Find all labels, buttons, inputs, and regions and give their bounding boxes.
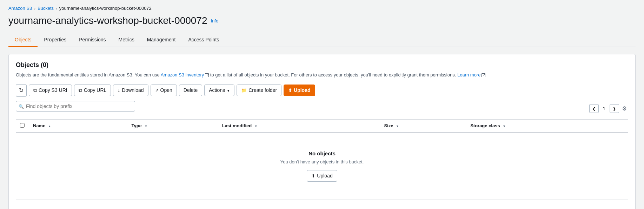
section-title: Objects (0) <box>16 61 628 69</box>
empty-state-title: No objects <box>27 150 617 156</box>
upload-icon-empty <box>311 173 315 180</box>
th-name[interactable]: Name <box>29 119 127 133</box>
copy-url-button[interactable]: Copy URL <box>74 85 111 96</box>
breadcrumb-amazon-s3[interactable]: Amazon S3 <box>8 6 32 11</box>
tab-management[interactable]: Management <box>141 33 182 47</box>
last-modified-sort-icon <box>254 124 258 128</box>
open-button[interactable]: Open <box>151 85 177 96</box>
refresh-icon <box>19 87 24 94</box>
th-type[interactable]: Type <box>127 119 218 133</box>
chevron-right-icon <box>613 106 616 111</box>
empty-state-description: You don't have any objects in this bucke… <box>27 159 617 164</box>
toolbar: Copy S3 URI Copy URL Download Open Delet… <box>16 84 628 97</box>
table-header-row: 1 <box>16 101 628 116</box>
copy-icon-s3 <box>33 87 37 94</box>
external-link-icon-2 <box>482 73 485 77</box>
tab-objects[interactable]: Objects <box>8 33 38 47</box>
open-icon <box>155 87 159 94</box>
upload-button[interactable]: Upload <box>284 85 315 96</box>
search-icon <box>19 103 24 109</box>
search-wrapper <box>16 101 135 112</box>
page-wrapper: Amazon S3 › Buckets › yourname-analytics… <box>0 0 644 209</box>
select-all-checkbox[interactable] <box>20 123 25 128</box>
learn-more-link[interactable]: Learn more <box>457 72 480 77</box>
copy-s3-uri-button[interactable]: Copy S3 URI <box>29 85 72 96</box>
tabs-bar: Objects Properties Permissions Metrics M… <box>8 33 636 47</box>
breadcrumb: Amazon S3 › Buckets › yourname-analytics… <box>8 6 636 11</box>
section-header: Objects (0) Objects are the fundamental … <box>16 61 628 79</box>
s3-inventory-link[interactable]: Amazon S3 inventory <box>161 72 204 77</box>
breadcrumb-buckets[interactable]: Buckets <box>38 6 54 11</box>
pagination-controls: 1 <box>589 104 628 113</box>
upload-icon-toolbar <box>288 87 292 94</box>
th-last-modified[interactable]: Last modified <box>218 119 380 133</box>
search-input[interactable] <box>16 101 135 112</box>
tab-properties[interactable]: Properties <box>38 33 73 47</box>
create-folder-button[interactable]: Create folder <box>237 85 281 96</box>
section-description: Objects are the fundamental entities sto… <box>16 72 628 79</box>
breadcrumb-chevron-2: › <box>56 6 57 11</box>
download-icon <box>118 87 120 94</box>
breadcrumb-chevron-1: › <box>34 6 35 11</box>
tab-permissions[interactable]: Permissions <box>73 33 112 47</box>
page-title-row: yourname-analytics-workshop-bucket-00007… <box>8 15 636 26</box>
gear-icon <box>622 106 627 112</box>
type-sort-icon <box>144 124 147 128</box>
breadcrumb-current: yourname-analytics-workshop-bucket-00007… <box>59 6 152 11</box>
th-checkbox <box>16 119 29 133</box>
table-body: No objects You don't have any objects in… <box>16 133 628 200</box>
delete-button[interactable]: Delete <box>179 85 202 96</box>
storage-class-sort-icon <box>503 124 506 128</box>
prev-page-button[interactable] <box>589 104 599 113</box>
objects-table: Name Type Last modified Size <box>16 119 628 200</box>
next-page-button[interactable] <box>610 104 619 113</box>
content-card: Objects (0) Objects are the fundamental … <box>8 54 636 209</box>
actions-button[interactable]: Actions <box>204 85 234 96</box>
th-storage-class[interactable]: Storage class <box>466 119 628 133</box>
th-size[interactable]: Size <box>380 119 466 133</box>
size-sort-icon <box>396 124 399 128</box>
empty-upload-button[interactable]: Upload <box>307 170 337 182</box>
table-head: Name Type Last modified Size <box>16 119 628 133</box>
page-number: 1 <box>600 106 608 111</box>
download-button[interactable]: Download <box>113 85 148 96</box>
info-link[interactable]: Info <box>211 18 219 23</box>
actions-chevron-icon <box>227 87 230 94</box>
folder-icon <box>241 87 247 94</box>
tab-access-points[interactable]: Access Points <box>182 33 225 47</box>
page-title: yourname-analytics-workshop-bucket-00007… <box>8 15 207 26</box>
chevron-left-icon <box>592 106 596 111</box>
name-sort-icon <box>48 124 51 128</box>
external-link-icon-1 <box>205 73 209 77</box>
refresh-button[interactable] <box>16 84 27 97</box>
empty-state-row: No objects You don't have any objects in… <box>16 133 628 200</box>
table-settings-button[interactable] <box>620 104 628 113</box>
tab-metrics[interactable]: Metrics <box>112 33 141 47</box>
copy-icon-url <box>79 87 82 94</box>
empty-state: No objects You don't have any objects in… <box>20 136 624 196</box>
